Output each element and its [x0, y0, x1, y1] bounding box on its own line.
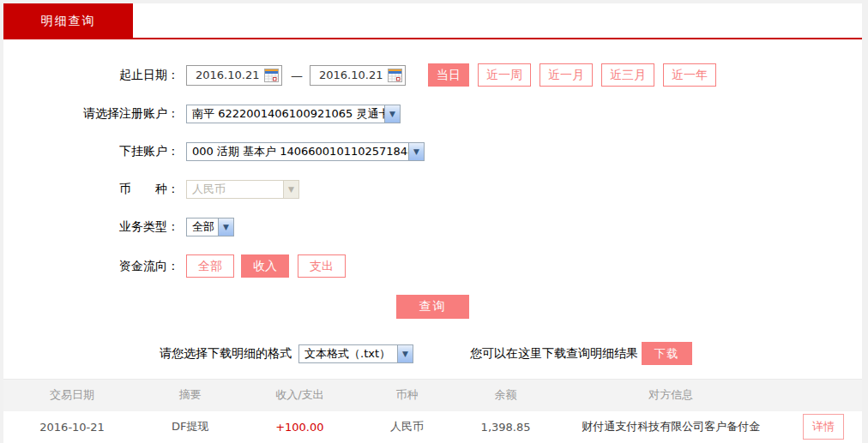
calendar-icon[interactable]: [388, 69, 402, 82]
cell-counterparty: 财付通支付科技有限公司客户备付金: [558, 411, 785, 443]
tab-bar: 明细查询: [3, 3, 862, 39]
date-separator: —: [291, 69, 303, 82]
fund-flow-all-button[interactable]: 全部: [186, 254, 234, 278]
business-type-select[interactable]: 全部 ▼: [186, 218, 234, 236]
quick-range-3months-button[interactable]: 近三月: [601, 63, 654, 87]
end-date-input[interactable]: 2016.10.21: [310, 65, 406, 86]
business-type-row: 业务类型： 全部 ▼: [3, 217, 862, 237]
currency-label: 币 种：: [3, 182, 179, 197]
query-button[interactable]: 查询: [396, 295, 469, 319]
download-format-select[interactable]: 文本格式（.txt） ▼: [298, 344, 413, 363]
fund-flow-income-button[interactable]: 收入: [241, 254, 289, 278]
chevron-down-icon: ▼: [283, 181, 298, 198]
page: 明细查询 起止日期： 2016.10.21 —: [0, 0, 868, 443]
tab-detail-query[interactable]: 明细查询: [3, 3, 133, 39]
quick-range-year-button[interactable]: 近一年: [663, 63, 716, 87]
end-date-value: 2016.10.21: [319, 69, 383, 81]
results-table: 交易日期 摘要 收入/支出 币种 余额 对方信息 2016-10-21 DF提现…: [3, 379, 862, 443]
business-type-value: 全部: [187, 219, 218, 235]
query-form: 起止日期： 2016.10.21 — 2016.10.21: [3, 39, 862, 365]
table-header: 交易日期 摘要 收入/支出 币种 余额 对方信息: [3, 380, 862, 411]
quick-range-today-button[interactable]: 当日: [428, 63, 469, 87]
table-row: 2016-10-21 DF提现 +100.00 人民币 1,398.85 财付通…: [3, 411, 862, 443]
download-hint: 您可以在这里下载查询明细结果: [470, 346, 638, 362]
date-range-label: 起止日期：: [3, 68, 179, 83]
cell-currency: 人民币: [359, 411, 454, 443]
cell-action: 详情: [785, 411, 862, 443]
detail-button[interactable]: 详情: [803, 414, 844, 440]
chevron-down-icon[interactable]: ▼: [397, 345, 413, 362]
header-balance: 余额: [455, 380, 558, 411]
currency-value: 人民币: [187, 182, 283, 197]
query-button-row: 查询: [3, 295, 862, 319]
cell-summary: DF提现: [141, 411, 239, 443]
register-account-label: 请选择注册账户：: [3, 106, 179, 122]
register-account-select[interactable]: 南平 6222001406100921065 灵通卡 ▼: [186, 105, 401, 123]
start-date-value: 2016.10.21: [196, 69, 259, 81]
linked-account-label: 下挂账户：: [3, 144, 179, 159]
table-header-row: 交易日期 摘要 收入/支出 币种 余额 对方信息: [3, 380, 862, 411]
business-type-label: 业务类型：: [3, 219, 179, 235]
header-counterparty: 对方信息: [558, 380, 785, 411]
register-account-row: 请选择注册账户： 南平 6222001406100921065 灵通卡 ▼: [3, 104, 862, 124]
cell-amount: +100.00: [239, 411, 359, 443]
linked-account-select[interactable]: 000 活期 基本户 1406600101102571848 ▼: [186, 142, 425, 161]
header-currency: 币种: [359, 380, 454, 411]
fund-flow-row: 资金流向： 全部 收入 支出: [3, 254, 862, 278]
fund-flow-label: 资金流向：: [3, 259, 179, 274]
chevron-down-icon[interactable]: ▼: [384, 105, 400, 123]
content-panel: 明细查询 起止日期： 2016.10.21 —: [3, 3, 862, 443]
linked-account-value: 000 活期 基本户 1406600101102571848: [187, 144, 408, 159]
linked-account-row: 下挂账户： 000 活期 基本户 1406600101102571848 ▼: [3, 141, 862, 162]
chevron-down-icon[interactable]: ▼: [408, 143, 424, 160]
header-amount: 收入/支出: [239, 380, 359, 411]
chevron-down-icon[interactable]: ▼: [218, 219, 233, 236]
header-action: [785, 380, 862, 411]
quick-range-week-button[interactable]: 近一周: [478, 63, 531, 87]
fund-flow-expense-button[interactable]: 支出: [298, 254, 346, 278]
start-date-input[interactable]: 2016.10.21: [186, 65, 282, 86]
date-range-row: 起止日期： 2016.10.21 — 2016.10.21: [3, 63, 862, 87]
download-button[interactable]: 下载: [642, 342, 692, 365]
currency-select: 人民币 ▼: [186, 180, 299, 199]
cell-date: 2016-10-21: [3, 411, 141, 443]
cell-balance: 1,398.85: [455, 411, 558, 443]
download-row: 请您选择下载明细的格式 文本格式（.txt） ▼ 您可以在这里下载查询明细结果 …: [3, 342, 862, 365]
download-format-label: 请您选择下载明细的格式: [160, 346, 292, 362]
calendar-icon[interactable]: [264, 69, 279, 82]
header-date: 交易日期: [3, 380, 141, 411]
quick-range-month-button[interactable]: 近一月: [539, 63, 593, 87]
currency-row: 币 种： 人民币 ▼: [3, 179, 862, 200]
register-account-value: 南平 6222001406100921065 灵通卡: [187, 106, 384, 122]
header-summary: 摘要: [141, 380, 239, 411]
download-format-value: 文本格式（.txt）: [299, 346, 397, 362]
